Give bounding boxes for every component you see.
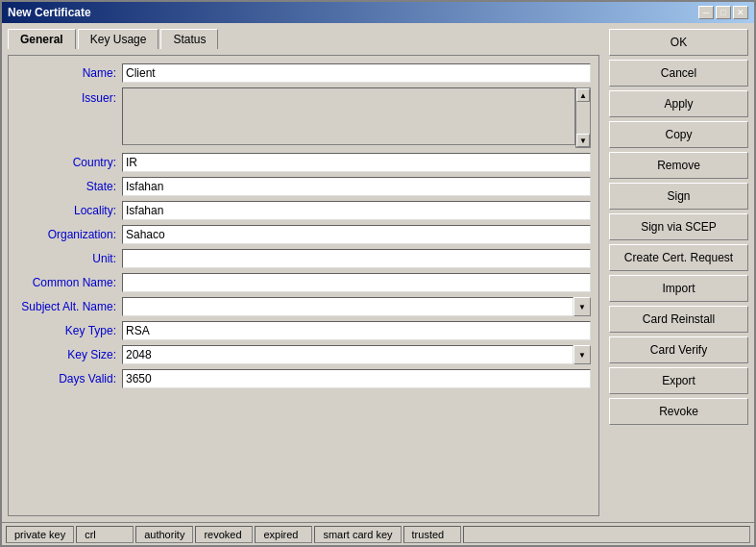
- state-row: State:: [16, 177, 591, 196]
- export-button[interactable]: Export: [609, 367, 748, 394]
- sign-button[interactable]: Sign: [609, 183, 748, 210]
- subject-alt-label: Subject Alt. Name:: [16, 300, 122, 313]
- right-panel: OK Cancel Apply Copy Remove Sign Sign vi…: [605, 23, 754, 522]
- ok-button[interactable]: OK: [609, 29, 748, 56]
- unit-input[interactable]: [122, 249, 591, 268]
- days-valid-label: Days Valid:: [16, 372, 122, 385]
- issuer-row: Issuer: ▲ ▼: [16, 87, 591, 148]
- import-button[interactable]: Import: [609, 275, 748, 302]
- card-verify-button[interactable]: Card Verify: [609, 336, 748, 363]
- subject-alt-row: Subject Alt. Name: ▼: [16, 297, 591, 316]
- sign-via-scep-button[interactable]: Sign via SCEP: [609, 213, 748, 240]
- key-size-label: Key Size:: [16, 348, 122, 361]
- country-input[interactable]: [122, 153, 591, 172]
- subject-alt-select-wrap: ▼: [122, 297, 591, 316]
- locality-label: Locality:: [16, 204, 122, 217]
- country-row: Country:: [16, 153, 591, 172]
- tab-bar: General Key Usage Status: [8, 29, 599, 49]
- maximize-button[interactable]: □: [716, 6, 731, 19]
- name-label: Name:: [16, 66, 122, 80]
- common-name-row: Common Name:: [16, 273, 591, 292]
- key-type-label: Key Type:: [16, 324, 122, 337]
- common-name-input[interactable]: [122, 273, 591, 292]
- days-valid-input[interactable]: [122, 369, 591, 388]
- key-size-row: Key Size: ▼: [16, 345, 591, 364]
- main-window: New Certificate ─ □ ✕ General Key Usage …: [0, 0, 756, 547]
- status-crl: crl: [76, 526, 134, 543]
- status-bar: private key crl authority revoked expire…: [2, 522, 754, 545]
- copy-button[interactable]: Copy: [609, 121, 748, 148]
- organization-input[interactable]: [122, 225, 591, 244]
- subject-alt-input[interactable]: [122, 297, 573, 316]
- card-reinstall-button[interactable]: Card Reinstall: [609, 306, 748, 333]
- scroll-up-arrow[interactable]: ▲: [576, 88, 590, 102]
- locality-input[interactable]: [122, 201, 591, 220]
- key-type-row: Key Type:: [16, 321, 591, 340]
- key-size-select-wrap: ▼: [122, 345, 591, 364]
- status-private-key: private key: [6, 526, 74, 543]
- issuer-label: Issuer:: [16, 87, 122, 105]
- issuer-scrollbar: ▲ ▼: [575, 87, 591, 148]
- tab-status[interactable]: Status: [160, 29, 218, 49]
- unit-label: Unit:: [16, 252, 122, 265]
- close-button[interactable]: ✕: [733, 6, 748, 19]
- status-smart-card-key: smart card key: [314, 526, 401, 543]
- key-size-input[interactable]: [122, 345, 573, 364]
- window-title: New Certificate: [8, 6, 91, 19]
- window-controls: ─ □ ✕: [698, 6, 748, 19]
- organization-row: Organization:: [16, 225, 591, 244]
- key-size-dropdown-btn[interactable]: ▼: [573, 345, 591, 364]
- state-input[interactable]: [122, 177, 591, 196]
- name-input[interactable]: [122, 63, 591, 83]
- status-empty: [463, 526, 750, 543]
- common-name-label: Common Name:: [16, 276, 122, 289]
- unit-row: Unit:: [16, 249, 591, 268]
- revoke-button[interactable]: Revoke: [609, 398, 748, 425]
- left-panel: General Key Usage Status Name: Issuer: ▲: [2, 23, 605, 522]
- apply-button[interactable]: Apply: [609, 90, 748, 117]
- main-content: General Key Usage Status Name: Issuer: ▲: [2, 23, 754, 522]
- status-revoked: revoked: [195, 526, 253, 543]
- subject-alt-dropdown-btn[interactable]: ▼: [573, 297, 591, 316]
- days-valid-row: Days Valid:: [16, 369, 591, 388]
- country-label: Country:: [16, 156, 122, 169]
- scroll-down-arrow[interactable]: ▼: [576, 134, 590, 147]
- create-cert-request-button[interactable]: Create Cert. Request: [609, 244, 748, 271]
- remove-button[interactable]: Remove: [609, 152, 748, 179]
- status-authority: authority: [135, 526, 193, 543]
- key-type-input[interactable]: [122, 321, 591, 340]
- cancel-button[interactable]: Cancel: [609, 60, 748, 87]
- tab-key-usage[interactable]: Key Usage: [78, 29, 159, 49]
- form-area: Name: Issuer: ▲ ▼: [8, 55, 599, 516]
- state-label: State:: [16, 180, 122, 193]
- tab-general[interactable]: General: [8, 29, 76, 49]
- issuer-textarea[interactable]: [122, 87, 575, 145]
- locality-row: Locality:: [16, 201, 591, 220]
- minimize-button[interactable]: ─: [698, 6, 714, 19]
- title-bar: New Certificate ─ □ ✕: [2, 2, 754, 23]
- issuer-textarea-wrap: ▲ ▼: [122, 87, 591, 148]
- status-expired: expired: [255, 526, 312, 543]
- name-row: Name:: [16, 63, 591, 83]
- organization-label: Organization:: [16, 228, 122, 241]
- status-trusted: trusted: [403, 526, 461, 543]
